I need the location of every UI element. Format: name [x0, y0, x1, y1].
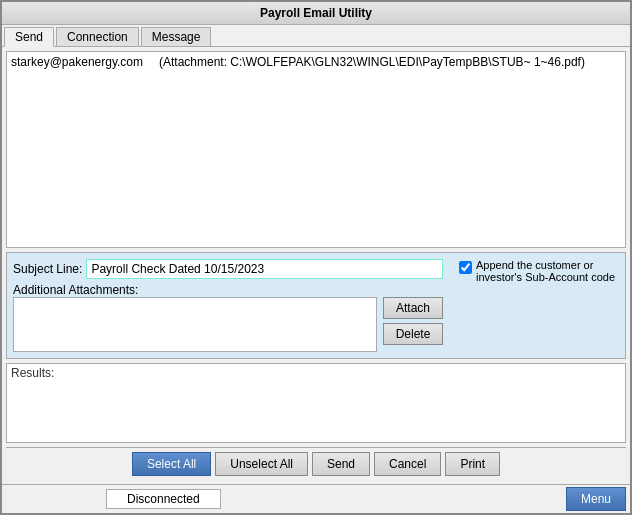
results-content [11, 382, 621, 440]
menu-button[interactable]: Menu [566, 487, 626, 511]
print-button[interactable]: Print [445, 452, 500, 476]
subject-input[interactable] [86, 259, 443, 279]
window-title: Payroll Email Utility [260, 6, 372, 20]
tab-bar: Send Connection Message [2, 25, 630, 47]
form-left: Subject Line: Additional Attachments: At… [13, 259, 443, 352]
results-section: Results: [6, 363, 626, 443]
cancel-button[interactable]: Cancel [374, 452, 441, 476]
main-window: Payroll Email Utility Send Connection Me… [0, 0, 632, 515]
delete-button[interactable]: Delete [383, 323, 443, 345]
subject-row: Subject Line: [13, 259, 443, 279]
send-button[interactable]: Send [312, 452, 370, 476]
results-label: Results: [11, 366, 621, 380]
email-attachment: (Attachment: C:\WOLFEPAK\GLN32\WINGL\EDI… [159, 55, 585, 69]
tab-connection[interactable]: Connection [56, 27, 139, 46]
tab-send[interactable]: Send [4, 27, 54, 47]
sub-account-checkbox-area: Append the customer or investor's Sub-Ac… [459, 259, 619, 283]
sub-account-checkbox[interactable] [459, 261, 472, 274]
form-section: Subject Line: Additional Attachments: At… [6, 252, 626, 359]
content-area: starkey@pakenergy.com (Attachment: C:\WO… [2, 47, 630, 484]
select-all-button[interactable]: Select All [132, 452, 211, 476]
email-address: starkey@pakenergy.com [11, 55, 151, 69]
status-text: Disconnected [106, 489, 221, 509]
table-row: starkey@pakenergy.com (Attachment: C:\WO… [11, 54, 621, 70]
attach-buttons: Attach Delete [383, 297, 443, 345]
attachments-textarea[interactable] [13, 297, 377, 352]
unselect-all-button[interactable]: Unselect All [215, 452, 308, 476]
sub-account-label: Append the customer or investor's Sub-Ac… [476, 259, 619, 283]
attach-button[interactable]: Attach [383, 297, 443, 319]
title-bar: Payroll Email Utility [2, 2, 630, 25]
attachments-label: Additional Attachments: [13, 283, 443, 297]
bottom-bar: Select All Unselect All Send Cancel Prin… [6, 447, 626, 480]
attachments-row: Attach Delete [13, 297, 443, 352]
tab-message[interactable]: Message [141, 27, 212, 46]
attachments-section: Additional Attachments: Attach Delete [13, 283, 443, 352]
checkbox-section: Append the customer or investor's Sub-Ac… [451, 259, 619, 283]
email-list: starkey@pakenergy.com (Attachment: C:\WO… [6, 51, 626, 248]
subject-label: Subject Line: [13, 262, 82, 276]
status-bar: Disconnected Menu [2, 484, 630, 513]
